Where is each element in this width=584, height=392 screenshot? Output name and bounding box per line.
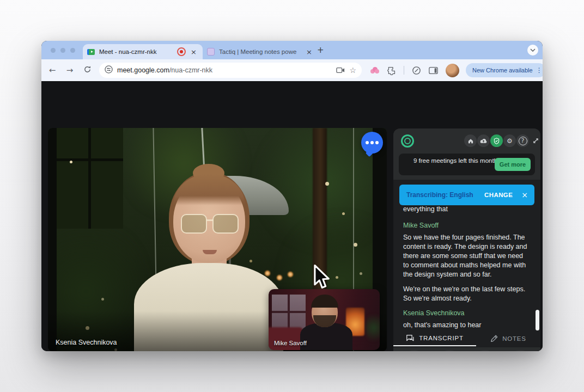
transcript-speaker: Mike Savoff bbox=[403, 221, 527, 230]
transcript-list: everything that Mike Savoff So we have t… bbox=[403, 205, 527, 330]
quota-label: 9 free meetings left this month bbox=[413, 157, 498, 172]
site-settings-icon[interactable] bbox=[105, 65, 113, 76]
change-language-button[interactable]: CHANGE bbox=[484, 192, 513, 198]
upload-cloud-icon[interactable] bbox=[477, 134, 490, 147]
shield-check-icon[interactable] bbox=[490, 134, 503, 147]
collapse-panel-icon[interactable] bbox=[530, 134, 542, 147]
side-panel-icon[interactable] bbox=[429, 66, 438, 75]
participant-name-label: Ksenia Svechnikova bbox=[56, 339, 117, 346]
mouse-cursor bbox=[313, 265, 332, 293]
profile-avatar[interactable] bbox=[446, 64, 459, 77]
google-docs-button[interactable] bbox=[437, 350, 461, 351]
new-tab-button[interactable]: + bbox=[317, 45, 324, 55]
tab-transcript-label: TRANSCRIPT bbox=[419, 335, 463, 341]
tab-tactiq[interactable]: Tactiq | Meeting notes powe × bbox=[203, 44, 318, 59]
tactiq-panel: ⚙ ? 9 free meetings left this month Get … bbox=[393, 128, 540, 351]
tab-tactiq-title: Tactiq | Meeting notes powe bbox=[219, 48, 305, 55]
string-lights bbox=[70, 161, 72, 163]
panel-tab-bar: TRANSCRIPT NOTES bbox=[393, 331, 540, 346]
pencil-icon bbox=[490, 335, 498, 342]
browser-window: Meet - nua-czmr-nkk × Tactiq | Meeting n… bbox=[41, 41, 543, 351]
tab-search-chevron-icon[interactable] bbox=[527, 45, 538, 56]
tactiq-logo-icon bbox=[401, 134, 414, 148]
window-close-button[interactable] bbox=[51, 48, 56, 53]
share-button[interactable] bbox=[402, 350, 426, 351]
tab-meet[interactable]: Meet - nua-czmr-nkk × bbox=[83, 44, 203, 59]
extensions-puzzle-icon[interactable] bbox=[387, 66, 396, 75]
desktop-background: Meet - nua-czmr-nkk × Tactiq | Meeting n… bbox=[0, 0, 584, 392]
plant bbox=[366, 311, 380, 345]
back-icon[interactable]: ← bbox=[46, 65, 59, 75]
transcript-speaker: Ksenia Svechnikova bbox=[403, 309, 527, 318]
transcript-text: everything that bbox=[403, 205, 527, 214]
browser-toolbar: ← → meet.google.com/nua-czmr-nkk ☆ bbox=[41, 59, 543, 81]
url-bar[interactable]: meet.google.com/nua-czmr-nkk ☆ bbox=[99, 63, 362, 78]
tactiq-favicon-icon bbox=[207, 48, 215, 56]
tactiq-toolbar-icon[interactable] bbox=[412, 66, 421, 75]
transcript-text: So we have the four pages finished. The … bbox=[403, 233, 527, 279]
refresh-icon[interactable] bbox=[81, 65, 94, 75]
tactiq-action-bar bbox=[393, 347, 540, 351]
tab-notes[interactable]: NOTES bbox=[476, 331, 540, 346]
pip-participant-hair bbox=[311, 295, 338, 308]
url-text[interactable]: meet.google.com/nua-czmr-nkk bbox=[117, 66, 332, 74]
tab-strip: Meet - nua-czmr-nkk × Tactiq | Meeting n… bbox=[41, 41, 543, 59]
meet-favicon-icon bbox=[87, 49, 95, 55]
forward-icon[interactable]: → bbox=[63, 65, 76, 75]
chrome-update-label: New Chrome available bbox=[472, 67, 533, 74]
participant-mouth bbox=[203, 250, 217, 254]
loft-window bbox=[272, 295, 306, 330]
pip-video-tile[interactable]: Mike Savoff bbox=[269, 289, 380, 350]
tab-notes-label: NOTES bbox=[502, 335, 526, 342]
settings-gear-icon[interactable]: ⚙ bbox=[503, 134, 516, 147]
quota-card: 9 free meetings left this month Get more bbox=[399, 154, 535, 175]
pause-transcription-button[interactable] bbox=[508, 350, 532, 351]
couch bbox=[269, 327, 303, 350]
close-tab-icon[interactable]: × bbox=[189, 48, 198, 56]
tab-transcript[interactable]: TRANSCRIPT bbox=[393, 331, 476, 346]
transcript-scrollbar[interactable] bbox=[536, 310, 539, 330]
tab-meet-title: Meet - nua-czmr-nkk bbox=[99, 48, 174, 55]
meet-page: Ksenia Svechnikova Mike Savoff nua-czmr-… bbox=[41, 81, 543, 351]
browser-menu-kebab-icon[interactable]: ⋮ bbox=[536, 66, 543, 74]
tab-capture-icon[interactable] bbox=[336, 67, 345, 74]
transcript-text: We're on the we're on the last few steps… bbox=[403, 285, 527, 303]
toolbar-divider bbox=[404, 66, 404, 75]
bookmark-star-icon[interactable]: ☆ bbox=[349, 66, 356, 75]
transcript-text: oh, that's amazing to hear bbox=[403, 321, 527, 330]
tactiq-header: ⚙ ? 9 free meetings left this month Get … bbox=[393, 128, 540, 180]
dismiss-banner-icon[interactable]: × bbox=[521, 191, 528, 199]
chat-bubble-button[interactable] bbox=[361, 132, 383, 154]
window-panes bbox=[57, 128, 123, 229]
transcribing-status-label: Transcribing: English bbox=[406, 191, 484, 199]
pip-name-label: Mike Savoff bbox=[274, 340, 307, 346]
window-minimize-button[interactable] bbox=[60, 48, 65, 53]
window-zoom-button[interactable] bbox=[70, 48, 75, 53]
chat-icon bbox=[406, 334, 415, 342]
chrome-update-button[interactable]: New Chrome available ⋮ bbox=[466, 63, 543, 77]
screenshot-button[interactable] bbox=[473, 350, 497, 351]
participant-glasses bbox=[181, 214, 239, 234]
transcribing-banner: Transcribing: English CHANGE × bbox=[399, 185, 534, 205]
meet-extension-icon[interactable] bbox=[370, 67, 379, 74]
close-tab-icon[interactable]: × bbox=[305, 48, 314, 56]
recording-indicator-icon bbox=[177, 47, 186, 56]
help-icon[interactable]: ? bbox=[516, 134, 529, 147]
home-icon[interactable] bbox=[464, 134, 477, 147]
get-more-button[interactable]: Get more bbox=[495, 158, 531, 171]
